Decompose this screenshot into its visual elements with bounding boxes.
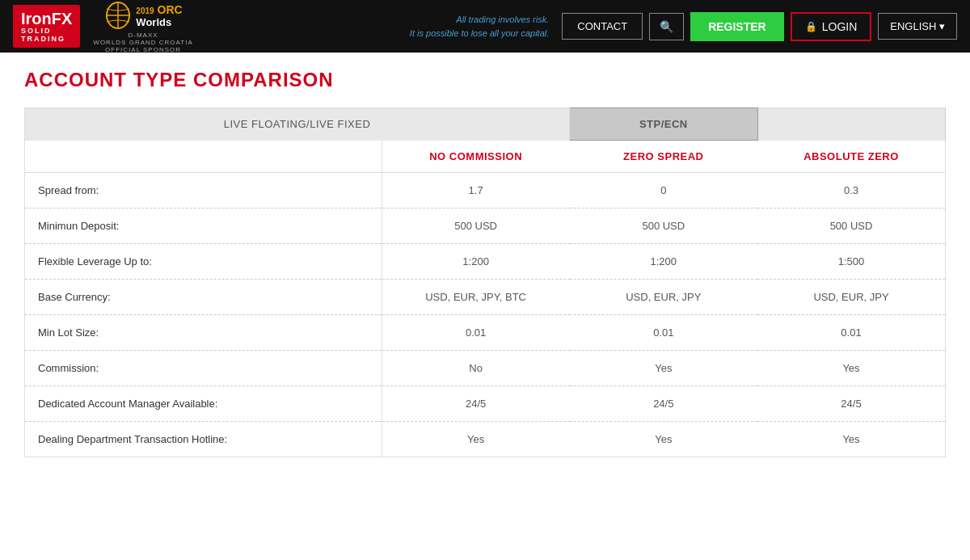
row-label-4: Min Lot Size: — [25, 315, 382, 351]
row-zero-spread-6: 24/5 — [570, 386, 757, 422]
year-label: 2019 — [136, 6, 154, 15]
tab-stp-ecn: STP/ECN — [570, 108, 757, 141]
sponsor-badge: 2019 ORC Worlds D-MAXX WORLDS GRAND CROA… — [93, 0, 192, 53]
row-absolute-zero-6: 24/5 — [757, 386, 945, 422]
row-label-0: Spread from: — [25, 173, 382, 208]
sponsor-sub1: D-MAXX — [128, 32, 158, 39]
row-label-1: Minimun Deposit: — [25, 208, 382, 244]
table-row: Commission: No Yes Yes — [25, 351, 946, 386]
row-no-commission-5: No — [382, 351, 569, 386]
col-header-zero-spread: ZERO SPREAD — [570, 141, 757, 173]
risk-line1: All trading involves risk. — [410, 13, 549, 27]
row-no-commission-2: 1:200 — [382, 244, 569, 280]
table-row: Dedicated Account Manager Available: 24/… — [25, 386, 946, 422]
col-header-absolute-zero: ABSOLUTE ZERO — [757, 141, 945, 173]
row-absolute-zero-3: USD, EUR, JPY — [757, 280, 945, 315]
col-header-row: NO COMMISSION ZERO SPREAD ABSOLUTE ZERO — [25, 141, 946, 173]
row-absolute-zero-4: 0.01 — [757, 315, 945, 351]
orc-label: ORC — [158, 3, 183, 16]
language-label: ENGLISH — [890, 20, 936, 32]
row-absolute-zero-0: 0.3 — [757, 173, 945, 208]
risk-line2: It is possible to lose all your capital. — [410, 27, 549, 40]
row-absolute-zero-1: 500 USD — [757, 208, 945, 244]
col-label-empty — [25, 141, 382, 173]
logo-trading: TRADING — [21, 36, 72, 44]
table-row: Minimun Deposit: 500 USD 500 USD 500 USD — [25, 208, 946, 244]
row-label-5: Commission: — [25, 351, 382, 386]
search-button[interactable]: 🔍 — [649, 13, 684, 40]
logo-brand: IronFX — [21, 10, 72, 27]
risk-disclaimer: All trading involves risk. It is possibl… — [410, 13, 549, 40]
table-body: Spread from: 1.7 0 0.3 Minimun Deposit: … — [25, 173, 946, 457]
ironfx-logo: IronFX SOLID TRADING — [13, 5, 80, 48]
table-row: Dealing Department Transaction Hotline: … — [25, 422, 946, 457]
row-zero-spread-5: Yes — [570, 351, 757, 386]
header: IronFX SOLID TRADING 2019 ORC Wor — [0, 0, 970, 53]
comparison-table: LIVE FLOATING/LIVE FIXED STP/ECN NO COMM… — [24, 107, 946, 457]
login-button[interactable]: 🔒 LOGIN — [791, 12, 872, 41]
table-row: Flexible Leverage Up to: 1:200 1:200 1:5… — [25, 244, 946, 280]
login-label: LOGIN — [822, 20, 858, 33]
row-no-commission-4: 0.01 — [382, 315, 569, 351]
lock-icon: 🔒 — [805, 21, 817, 32]
table-row: Base Currency: USD, EUR, JPY, BTC USD, E… — [25, 280, 946, 315]
table-row: Min Lot Size: 0.01 0.01 0.01 — [25, 315, 946, 351]
sponsor-sub2: WORLDS GRAND CROATIA — [93, 39, 192, 46]
table-row: Spread from: 1.7 0 0.3 — [25, 173, 946, 208]
tab-header-row: LIVE FLOATING/LIVE FIXED STP/ECN — [25, 108, 946, 141]
orc-worlds-text: 2019 ORC Worlds — [136, 3, 182, 28]
row-zero-spread-1: 500 USD — [570, 208, 757, 244]
register-button[interactable]: REGISTER — [690, 12, 784, 41]
worlds-text: Worlds — [136, 16, 182, 28]
row-label-6: Dedicated Account Manager Available: — [25, 386, 382, 422]
col-header-no-commission: NO COMMISSION — [382, 141, 569, 173]
row-absolute-zero-5: Yes — [757, 351, 945, 386]
row-label-7: Dealing Department Transaction Hotline: — [25, 422, 382, 457]
trophy-icon — [103, 0, 133, 32]
search-icon: 🔍 — [660, 20, 673, 33]
page-title: ACCOUNT TYPE COMPARISON — [24, 69, 946, 91]
row-zero-spread-3: USD, EUR, JPY — [570, 280, 757, 315]
header-right: All trading involves risk. It is possibl… — [410, 12, 957, 41]
row-absolute-zero-2: 1:500 — [757, 244, 945, 280]
tab-absolute-zero-header — [757, 108, 945, 141]
worlds-icon-group: 2019 ORC Worlds — [103, 0, 182, 32]
row-zero-spread-7: Yes — [570, 422, 757, 457]
language-button[interactable]: ENGLISH ▾ — [878, 13, 957, 40]
tab-live-floating: LIVE FLOATING/LIVE FIXED — [25, 108, 570, 141]
row-absolute-zero-7: Yes — [757, 422, 945, 457]
row-zero-spread-4: 0.01 — [570, 315, 757, 351]
header-left: IronFX SOLID TRADING 2019 ORC Wor — [13, 0, 193, 53]
row-no-commission-6: 24/5 — [382, 386, 569, 422]
row-no-commission-7: Yes — [382, 422, 569, 457]
row-no-commission-0: 1.7 — [382, 173, 569, 208]
row-label-3: Base Currency: — [25, 280, 382, 315]
row-no-commission-1: 500 USD — [382, 208, 569, 244]
row-no-commission-3: USD, EUR, JPY, BTC — [382, 280, 569, 315]
row-zero-spread-0: 0 — [570, 173, 757, 208]
row-zero-spread-2: 1:200 — [570, 244, 757, 280]
page-content: ACCOUNT TYPE COMPARISON LIVE FLOATING/LI… — [0, 53, 970, 474]
chevron-down-icon: ▾ — [939, 20, 945, 32]
contact-button[interactable]: CONTACT — [562, 13, 643, 40]
sponsor-official: OFFICIAL SPONSOR — [105, 46, 181, 53]
row-label-2: Flexible Leverage Up to: — [25, 244, 382, 280]
